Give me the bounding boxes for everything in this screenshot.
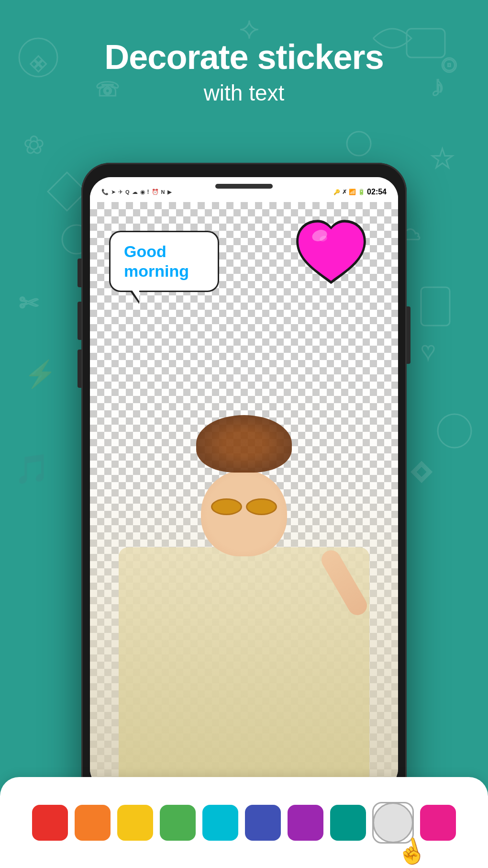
color-swatch-purple[interactable] [288,805,323,841]
color-swatch-blue[interactable] [245,805,281,841]
phone-speaker [215,184,273,189]
svg-text:✂: ✂ [19,290,39,316]
location-icon: ➤ [111,189,116,195]
key-icon: 🔑 [333,189,340,195]
color-swatch-cyan[interactable] [202,805,238,841]
svg-text:♥: ♥ [421,338,435,364]
q-icon: Q [125,189,130,195]
speech-bubble-text: Good morning [124,242,204,281]
phone-button-volume-mute [78,259,81,287]
signal-icon: 📶 [349,189,356,195]
color-swatch-pink[interactable] [420,805,456,841]
play-icon: ▶ [167,189,172,195]
header-section: Decorate stickers with text [0,38,488,106]
color-swatch-light[interactable]: ☝️ [373,802,413,843]
svg-text:★: ★ [431,144,454,173]
clock-icon: ⏰ [152,189,159,195]
alert-icon: ! [147,189,149,195]
color-swatch-red[interactable] [32,805,68,841]
heart-svg [293,216,369,289]
color-swatch-teal[interactable] [330,805,366,841]
phone-button-power [407,306,410,364]
phone-icon: 📞 [101,189,109,195]
phone-body: 📞 ➤ ✈ Q ☁ ◉ ! ⏰ N ▶ 🔑 ✗ 📶 [81,163,407,804]
svg-text:◈: ◈ [411,455,432,485]
status-bar: 📞 ➤ ✈ Q ☁ ◉ ! ⏰ N ▶ 🔑 ✗ 📶 [90,177,398,202]
wifi-x-icon: ✗ [342,189,347,195]
color-swatch-orange[interactable] [75,805,111,841]
svg-rect-8 [421,287,450,326]
svg-text:🎵: 🎵 [14,452,50,486]
target-icon: ◉ [140,189,145,195]
battery-icon: 🔋 [358,189,365,195]
cloud-icon: ☁ [132,189,138,195]
heart-sticker[interactable] [293,216,369,288]
svg-point-18 [347,132,371,156]
color-palette: ☝️ [0,777,488,868]
color-swatch-yellow[interactable] [117,805,153,841]
status-icons-left: 📞 ➤ ✈ Q ☁ ◉ ! ⏰ N ▶ [101,189,172,195]
svg-text:✿: ✿ [24,132,44,158]
status-time: 02:54 [367,188,387,196]
speech-bubble[interactable]: Good morning [109,231,219,292]
status-icons-right: 🔑 ✗ 📶 🔋 02:54 [333,188,387,196]
send-icon: ✈ [118,189,123,195]
phone-button-volume-up [78,302,81,340]
phone-mockup: 📞 ➤ ✈ Q ☁ ◉ ! ⏰ N ▶ 🔑 ✗ 📶 [81,163,407,804]
svg-point-11 [438,414,471,448]
phone-button-volume-down [78,349,81,388]
sticker-canvas[interactable]: Good morning [90,202,398,790]
person-figure [90,349,398,790]
header-title: Decorate stickers [0,38,488,76]
phone-screen: 📞 ➤ ✈ Q ☁ ◉ ! ⏰ N ▶ 🔑 ✗ 📶 [90,177,398,790]
color-swatch-green[interactable] [160,805,196,841]
n-icon: N [161,189,165,195]
svg-text:⚡: ⚡ [24,359,57,390]
background: ♪ ✿ ★ ☁ ✂ ⚡ ♥ 🎵 ◈ ❖ ⊙ ✦ ☎ Decorate stick… [0,0,488,868]
header-subtitle: with text [0,80,488,106]
